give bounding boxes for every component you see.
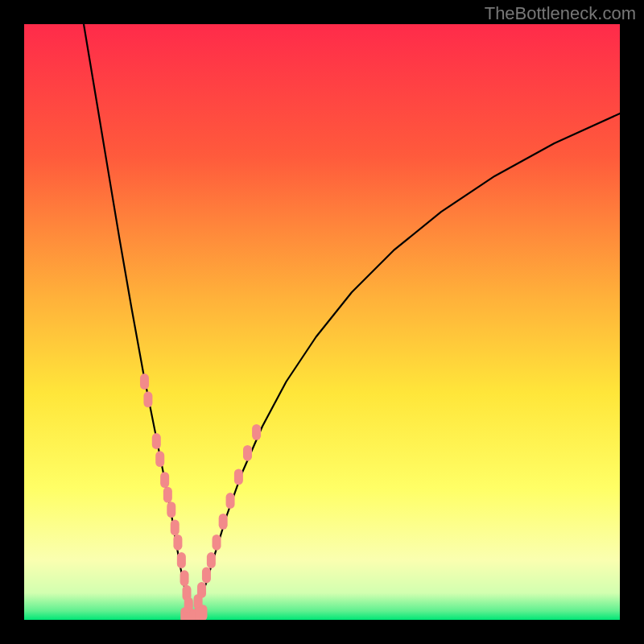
outer-frame: TheBottleneck.com	[0, 0, 644, 644]
dots-left-point	[167, 502, 175, 518]
dots-left-point	[155, 451, 164, 467]
dots-left-point	[140, 374, 149, 390]
dots-left-point	[180, 570, 189, 586]
watermark-text: TheBottleneck.com	[485, 3, 636, 24]
dots-right-point	[226, 493, 235, 509]
dots-left-point	[171, 519, 180, 535]
dots-left-point	[160, 472, 169, 488]
dots-left-point	[143, 391, 152, 407]
dots-right-point	[219, 514, 228, 530]
dots-left-point	[152, 433, 161, 449]
dots-right-point	[197, 582, 206, 598]
dots-right-point	[207, 552, 216, 568]
dots-right-point	[213, 535, 221, 551]
curve-layer	[24, 24, 620, 620]
plot-area	[24, 24, 620, 620]
dots-right-point	[202, 568, 211, 584]
dots-left-point	[177, 552, 186, 568]
dots-bottom-point	[199, 605, 208, 620]
curve-right	[191, 114, 620, 620]
dots-right-point	[252, 424, 261, 440]
dots-left-point	[163, 487, 172, 503]
dots-right-point	[234, 469, 243, 485]
dots-left-point	[173, 535, 182, 551]
dots-right-point	[243, 445, 252, 461]
